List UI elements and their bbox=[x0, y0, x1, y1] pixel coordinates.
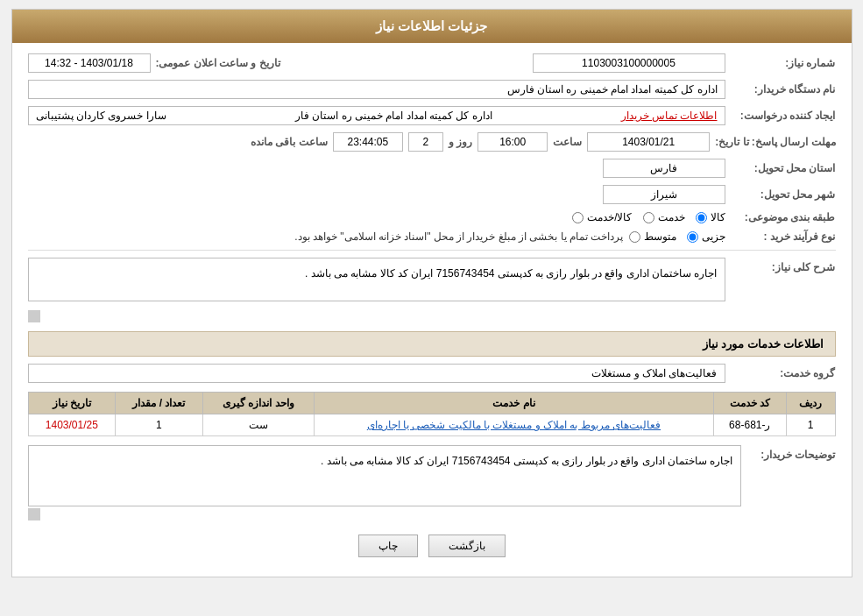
cell-tarikh: 1403/01/25 bbox=[28, 414, 116, 436]
divider-1 bbox=[28, 250, 836, 251]
cell-name[interactable]: فعالیت‌های مربوط به املاک و مستغلات با م… bbox=[315, 414, 713, 436]
nam-dastgah-row: نام دستگاه خریدار: اداره کل کمیته امداد … bbox=[28, 80, 836, 99]
radio-khedmat: خدمت bbox=[643, 211, 685, 223]
radio-khedmat-label: خدمت bbox=[658, 211, 685, 223]
value-date: 1403/01/21 bbox=[587, 132, 710, 152]
label-tarikh: تاریخ و ساعت اعلان عمومی: bbox=[156, 57, 280, 69]
radio-kala-khedmat: کالا/خدمت bbox=[572, 211, 632, 223]
value-nam-dastgah: اداره کل کمیته امداد امام خمینی ره استان… bbox=[28, 80, 725, 99]
shahr-row: شهر محل تحویل: شیراز bbox=[28, 185, 836, 204]
label-mohlat: مهلت ارسال پاسخ: تا تاریخ: bbox=[715, 136, 835, 148]
khadamat-table-section: ردیف کد خدمت نام خدمت واحد اندازه گیری ت… bbox=[28, 392, 836, 436]
radio-kala-khedmat-label: کالا/خدمت bbox=[587, 211, 632, 223]
print-button[interactable]: چاپ bbox=[358, 535, 418, 557]
back-button[interactable]: بازگشت bbox=[428, 535, 506, 557]
col-name: نام خدمت bbox=[315, 393, 713, 414]
group-row: گروه خدمت: فعالیت‌های املاک و مستغلات bbox=[28, 364, 836, 383]
label-tabaqe: طبقه بندی موضوعی: bbox=[731, 211, 836, 223]
label-roz: روز و bbox=[449, 136, 472, 148]
noprocess-radio-group: متوسط جزیی bbox=[629, 230, 725, 243]
cell-radif: 1 bbox=[786, 414, 835, 436]
label-group: گروه خدمت: bbox=[731, 367, 836, 379]
label-buyer-desc: توضیحات خریدار: bbox=[748, 445, 836, 461]
shmaare-row: شماره نیاز: 1103003100000005 تاریخ و ساع… bbox=[28, 53, 836, 73]
khadamat-section-title: اطلاعات خدمات مورد نیاز bbox=[28, 331, 836, 357]
value-time-remaining: 23:44:05 bbox=[333, 132, 403, 152]
col-tarikh: تاریخ نیاز bbox=[28, 393, 116, 414]
value-ijad-org: اداره کل کمیته امداد امام خمینی ره استان… bbox=[295, 110, 492, 122]
khadamat-table: ردیف کد خدمت نام خدمت واحد اندازه گیری ت… bbox=[28, 392, 836, 436]
buttons-row: بازگشت چاپ bbox=[28, 535, 836, 557]
table-row: 1 ر-681-68 فعالیت‌های مربوط به املاک و م… bbox=[28, 414, 835, 436]
noprocess-row: نوع فرآیند خرید : متوسط جزیی پرداخت تمام… bbox=[28, 230, 836, 243]
radio-kala-khedmat-input[interactable] bbox=[572, 212, 584, 223]
sharh-box: اجاره ساختمان اداری واقع در بلوار رازی ب… bbox=[28, 258, 725, 301]
value-ijad-name: سارا خسروی کاردان پشتیبانی bbox=[36, 110, 166, 122]
sharh-box-wrapper: اجاره ساختمان اداری واقع در بلوار رازی ب… bbox=[28, 258, 725, 322]
radio-kala-input[interactable] bbox=[696, 212, 707, 223]
value-shahr: شیراز bbox=[603, 185, 725, 204]
label-nam-dastgah: نام دستگاه خریدار: bbox=[731, 83, 836, 96]
sharh-row: شرح کلی نیاز: اجاره ساختمان اداری واقع د… bbox=[28, 258, 836, 322]
value-saat: 16:00 bbox=[477, 132, 548, 152]
mohlat-row: مهلت ارسال پاسخ: تا تاریخ: 1403/01/21 سا… bbox=[28, 132, 836, 152]
table-header-row: ردیف کد خدمت نام خدمت واحد اندازه گیری ت… bbox=[28, 393, 835, 414]
noprocess-text: پرداخت تمام یا بخشی از مبلغ خریدار از مح… bbox=[294, 230, 623, 243]
tabaqe-radio-group: کالا/خدمت خدمت کالا bbox=[572, 211, 725, 223]
page-title-text: جزئیات اطلاعات نیاز bbox=[376, 18, 487, 33]
value-ijad: اطلاعات تماس خریدار اداره کل کمیته امداد… bbox=[28, 106, 725, 125]
col-kod: کد خدمت bbox=[713, 393, 786, 414]
radio-kala: کالا bbox=[696, 211, 725, 223]
col-radif: ردیف bbox=[786, 393, 835, 414]
value-ostan: فارس bbox=[603, 159, 725, 178]
ijad-row: ایجاد کننده درخواست: اطلاعات تماس خریدار… bbox=[28, 106, 836, 125]
radio-jozi-input[interactable] bbox=[687, 231, 698, 243]
label-ijad: ایجاد کننده درخواست: bbox=[731, 110, 836, 122]
value-group: فعالیت‌های املاک و مستغلات bbox=[28, 364, 725, 383]
label-shahr: شهر محل تحویل: bbox=[731, 188, 836, 201]
tabaqe-row: طبقه بندی موضوعی: کالا/خدمت خدمت کالا bbox=[28, 211, 836, 223]
radio-mottawaset: متوسط bbox=[629, 230, 676, 243]
resize-handle-2[interactable] bbox=[28, 508, 40, 520]
cell-vahed: ست bbox=[202, 414, 315, 436]
radio-khedmat-input[interactable] bbox=[643, 212, 654, 223]
cell-kod: ر-681-68 bbox=[713, 414, 786, 436]
link-ettelaat[interactable]: اطلاعات تماس خریدار bbox=[621, 110, 718, 122]
label-ostan: استان محل تحویل: bbox=[731, 162, 836, 174]
label-noprocess: نوع فرآیند خرید : bbox=[731, 230, 836, 243]
label-sharh: شرح کلی نیاز: bbox=[731, 258, 836, 273]
content-area: شماره نیاز: 1103003100000005 تاریخ و ساع… bbox=[12, 43, 852, 577]
col-vahed: واحد اندازه گیری bbox=[202, 393, 315, 414]
radio-mottawaset-label: متوسط bbox=[644, 230, 676, 243]
value-shmaare: 1103003100000005 bbox=[533, 53, 725, 73]
buyer-desc-box: اجاره ساختمان اداری واقع در بلوار رازی ب… bbox=[28, 445, 741, 506]
col-tedad: تعداد / مقدار bbox=[116, 393, 203, 414]
buyer-desc-row: توضیحات خریدار: اجاره ساختمان اداری واقع… bbox=[28, 445, 836, 520]
radio-jozi-label: جزیی bbox=[702, 230, 725, 243]
page-title: جزئیات اطلاعات نیاز bbox=[12, 10, 852, 43]
label-remaining: ساعت باقی مانده bbox=[251, 136, 328, 148]
ostan-row: استان محل تحویل: فارس bbox=[28, 159, 836, 178]
value-tarikh: 1403/01/18 - 14:32 bbox=[28, 53, 151, 73]
buyer-desc-wrapper: اجاره ساختمان اداری واقع در بلوار رازی ب… bbox=[28, 445, 741, 520]
cell-tedad: 1 bbox=[116, 414, 203, 436]
label-saat: ساعت bbox=[553, 136, 582, 148]
main-container: جزئیات اطلاعات نیاز شماره نیاز: 11030031… bbox=[11, 9, 852, 577]
label-shmaare: شماره نیاز: bbox=[731, 57, 836, 69]
radio-mottawaset-input[interactable] bbox=[629, 231, 640, 243]
radio-jozi: جزیی bbox=[687, 230, 725, 243]
radio-kala-label: کالا bbox=[711, 211, 725, 223]
value-roz: 2 bbox=[408, 132, 443, 152]
resize-handle[interactable] bbox=[28, 310, 40, 322]
